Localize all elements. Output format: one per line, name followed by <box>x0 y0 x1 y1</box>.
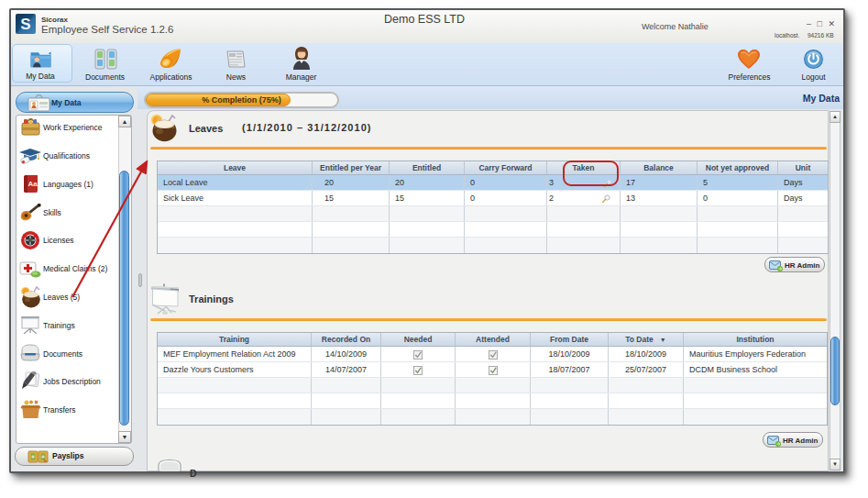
svg-text:Aa: Aa <box>27 180 38 188</box>
